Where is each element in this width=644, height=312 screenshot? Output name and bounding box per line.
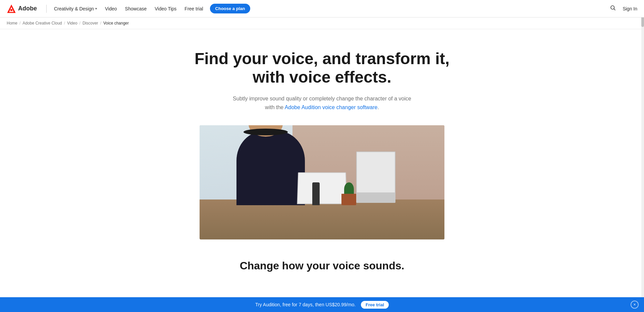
header-divider	[46, 5, 47, 13]
nav-creativity-design[interactable]: Creativity & Design ▾	[51, 4, 100, 13]
monitor	[356, 151, 395, 203]
audition-link[interactable]: Adobe Audition voice changer software	[285, 104, 378, 110]
breadcrumb-sep-2: /	[64, 21, 65, 26]
breadcrumb-current: Voice changer	[103, 21, 129, 26]
svg-point-3	[611, 6, 614, 9]
scrollbar-track[interactable]	[641, 0, 644, 292]
hero-title: Find your voice, and transform it, with …	[178, 49, 466, 86]
search-icon	[610, 5, 616, 11]
chevron-down-icon: ▾	[95, 7, 97, 10]
site-header: Adobe Creativity & Design ▾ Video Showca…	[0, 0, 644, 17]
adobe-logo-link[interactable]: Adobe	[7, 4, 37, 13]
monitor-screen	[357, 152, 395, 192]
nav-video[interactable]: Video	[102, 4, 120, 13]
desk	[200, 199, 444, 239]
breadcrumb-sep-3: /	[79, 21, 80, 26]
hero-section: Find your voice, and transform it, with …	[171, 29, 473, 292]
main-nav: Creativity & Design ▾ Video Showcase Vid…	[51, 4, 608, 13]
laptop-screen	[298, 173, 346, 204]
breadcrumb-creative-cloud[interactable]: Adobe Creative Cloud	[22, 21, 62, 26]
breadcrumb-home[interactable]: Home	[7, 21, 17, 26]
section-title: Change how your voice sounds.	[178, 260, 466, 272]
nav-video-tips[interactable]: Video Tips	[151, 4, 180, 13]
main-content: Find your voice, and transform it, with …	[0, 29, 644, 292]
nav-showcase[interactable]: Showcase	[122, 4, 150, 13]
header-right-actions: Sign In	[608, 3, 637, 14]
svg-line-4	[614, 9, 615, 10]
breadcrumb: Home / Adobe Creative Cloud / Video / Di…	[0, 17, 644, 29]
search-button[interactable]	[608, 3, 617, 14]
breadcrumb-sep-4: /	[100, 21, 101, 26]
adobe-brand-text: Adobe	[18, 5, 37, 12]
scene	[200, 125, 444, 239]
hero-subtitle: Subtly improve sound quality or complete…	[178, 94, 466, 112]
microphone	[312, 182, 320, 205]
breadcrumb-discover[interactable]: Discover	[83, 21, 98, 26]
choose-plan-button[interactable]: Choose a plan	[210, 4, 251, 13]
breadcrumb-sep-1: /	[19, 21, 20, 26]
svg-rect-2	[10, 9, 12, 11]
hero-image-placeholder	[200, 125, 444, 239]
nav-free-trial[interactable]: Free trial	[181, 4, 206, 13]
adobe-logo-icon	[7, 4, 16, 13]
headphones	[244, 129, 287, 135]
sign-in-button[interactable]: Sign In	[623, 6, 637, 11]
hero-image	[200, 125, 444, 239]
breadcrumb-video[interactable]: Video	[67, 21, 77, 26]
cactus-pot	[341, 194, 356, 205]
laptop	[297, 172, 347, 204]
person-body	[236, 131, 305, 205]
